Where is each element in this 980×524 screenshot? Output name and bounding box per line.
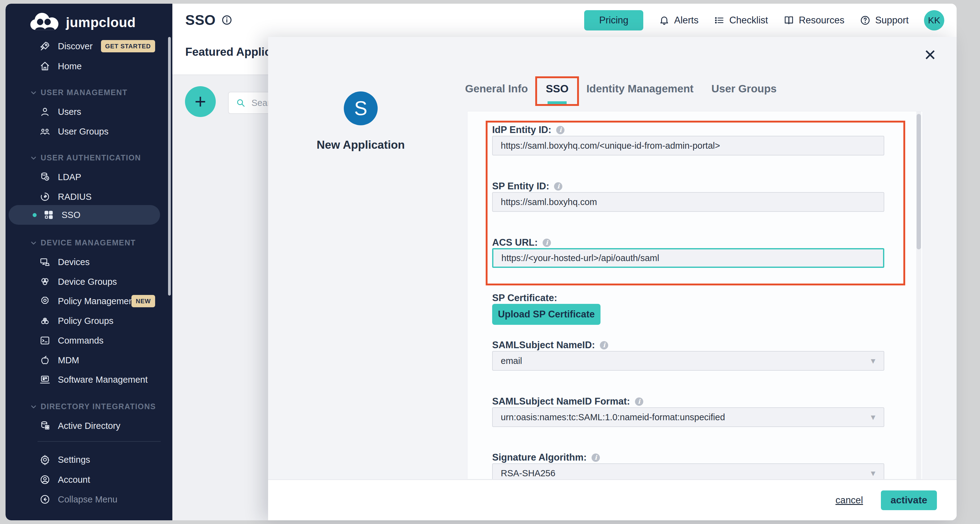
select-value: email [501, 356, 522, 366]
sidebar-item-device-groups[interactable]: Device Groups [9, 272, 160, 291]
tab-general-info[interactable]: General Info [465, 83, 528, 95]
sidebar-item-active-directory[interactable]: Active Directory [9, 416, 160, 436]
home-icon [40, 61, 51, 72]
sidebar-item-devices[interactable]: Devices [9, 252, 160, 272]
sso-grid-icon [43, 209, 54, 220]
sidebar-item-label: Active Directory [58, 416, 120, 436]
support-button[interactable]: Support [860, 15, 908, 26]
upload-sp-certificate-button[interactable]: Upload SP Certificate [492, 304, 600, 325]
resources-button[interactable]: Resources [783, 15, 844, 26]
commands-terminal-icon [40, 335, 51, 346]
radius-icon [40, 191, 51, 202]
screen: jumpcloud Discover GET STARTED Home USER… [0, 0, 980, 524]
sidebar: jumpcloud Discover GET STARTED Home USER… [6, 4, 172, 520]
software-management-icon [40, 374, 51, 385]
plus-icon: + [194, 91, 206, 113]
logo-wordmark: jumpcloud [66, 15, 136, 30]
tab-identity-management[interactable]: Identity Management [586, 83, 694, 95]
sidebar-item-software-management[interactable]: Software Management [9, 370, 160, 389]
signature-algorithm-select[interactable]: RSA-SHA256 ▼ [492, 463, 884, 479]
question-circle-icon [860, 15, 871, 26]
sidebar-scrollbar[interactable] [168, 37, 171, 296]
label-text: SP Certificate: [492, 293, 557, 304]
sidebar-item-sso[interactable]: SSO [9, 205, 160, 225]
sidebar-item-user-groups[interactable]: User Groups [9, 122, 160, 141]
user-avatar[interactable]: KK [924, 10, 944, 30]
tab-user-groups[interactable]: User Groups [711, 83, 776, 95]
sidebar-item-mdm[interactable]: MDM [9, 350, 160, 370]
user-group-icon [40, 126, 51, 137]
sidebar-section-device-management[interactable]: DEVICE MANAGEMENT [9, 235, 160, 250]
jumpcloud-logo[interactable]: jumpcloud [29, 12, 136, 33]
sidebar-section-user-authentication[interactable]: USER AUTHENTICATION [9, 150, 160, 165]
sidebar-section-label: DEVICE MANAGEMENT [41, 235, 136, 250]
application-avatar: S [344, 91, 378, 125]
info-icon[interactable]: i [592, 454, 600, 462]
chevron-down-icon: ▼ [869, 408, 877, 427]
apple-mdm-icon [40, 355, 51, 366]
sidebar-item-label: Users [58, 102, 81, 122]
sidebar-item-label: Software Management [58, 370, 148, 389]
modal-footer: cancel activate [268, 479, 957, 520]
account-icon [40, 474, 51, 485]
sidebar-item-label: Commands [58, 331, 103, 350]
new-application-modal: ✕ S New Application General Info SSO Ide… [268, 37, 957, 520]
chevron-down-icon: ▼ [869, 352, 877, 370]
bell-icon [659, 15, 670, 26]
tab-sso[interactable]: SSO [546, 83, 568, 95]
cancel-link[interactable]: cancel [835, 495, 863, 506]
pricing-button[interactable]: Pricing [584, 10, 643, 30]
info-icon[interactable]: i [635, 397, 643, 406]
rocket-icon [40, 41, 51, 52]
checklist-label: Checklist [729, 15, 768, 26]
form-scrollbar-thumb[interactable] [916, 114, 921, 249]
sidebar-section-directory-integrations[interactable]: DIRECTORY INTEGRATIONS [9, 399, 160, 414]
resources-label: Resources [799, 15, 844, 26]
sidebar-item-ldap[interactable]: LDAP [9, 167, 160, 187]
sidebar-item-settings[interactable]: Settings [9, 450, 160, 470]
label-text: Signature Algorithm: [492, 452, 587, 463]
alerts-button[interactable]: Alerts [659, 15, 698, 26]
sidebar-item-label: Discover [58, 36, 93, 56]
sidebar-item-policy-groups[interactable]: Policy Groups [9, 311, 160, 331]
sp-certificate-label: SP Certificate: [492, 293, 557, 304]
saml-subject-nameid-select[interactable]: email ▼ [492, 351, 884, 371]
sidebar-item-label: User Groups [58, 122, 108, 141]
sidebar-item-label: Settings [58, 450, 90, 470]
devices-icon [40, 256, 51, 268]
page-title: SSO [185, 12, 216, 28]
sidebar-section-label: DIRECTORY INTEGRATIONS [41, 399, 156, 414]
add-application-button[interactable]: + [185, 86, 216, 117]
policy-management-icon [40, 296, 51, 307]
chevron-down-icon: ▼ [869, 464, 877, 479]
saml-subject-nameid-format-label: SAMLSubject NameID Format: i [492, 396, 643, 407]
sidebar-item-label: Devices [58, 252, 89, 272]
sidebar-section-user-management[interactable]: USER MANAGEMENT [9, 85, 160, 100]
saml-subject-nameid-format-select[interactable]: urn:oasis:names:tc:SAML:1.0:nameid-forma… [492, 407, 884, 427]
new-badge: NEW [131, 295, 155, 307]
sidebar-item-account[interactable]: Account [9, 470, 160, 489]
search-icon [235, 97, 246, 108]
sidebar-item-policy-management[interactable]: Policy Management NEW [9, 291, 160, 311]
signature-algorithm-label: Signature Algorithm: i [492, 452, 600, 463]
sidebar-item-collapse-menu[interactable]: Collapse Menu [9, 489, 160, 509]
info-icon[interactable]: i [600, 341, 608, 349]
info-icon[interactable] [221, 14, 233, 26]
chevron-down-icon [30, 89, 38, 97]
close-icon[interactable]: ✕ [924, 48, 937, 63]
sidebar-divider [38, 441, 161, 442]
sidebar-item-users[interactable]: Users [9, 102, 160, 122]
sidebar-item-label: RADIUS [58, 187, 92, 207]
annotation-rect-saml-fields [486, 121, 905, 285]
sidebar-item-radius[interactable]: RADIUS [9, 187, 160, 207]
label-text: SAMLSubject NameID Format: [492, 396, 630, 407]
sidebar-item-discover[interactable]: Discover GET STARTED [9, 36, 160, 56]
sidebar-item-commands[interactable]: Commands [9, 331, 160, 350]
form-scrollbar-track[interactable] [916, 111, 921, 479]
checklist-button[interactable]: Checklist [714, 15, 768, 26]
sidebar-item-label: Policy Management [58, 291, 136, 311]
sidebar-item-home[interactable]: Home [9, 56, 160, 76]
sidebar-item-label: Policy Groups [58, 311, 114, 331]
activate-button[interactable]: activate [881, 491, 937, 510]
sidebar-item-label: Device Groups [58, 272, 117, 291]
